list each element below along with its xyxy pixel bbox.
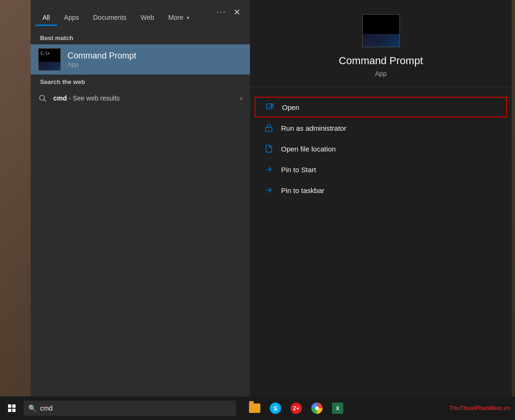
taskbar-skype-icon[interactable]: S — [266, 396, 285, 420]
excel-icon: X — [332, 403, 343, 414]
three-dots-button[interactable]: ··· — [216, 7, 226, 17]
action-pin-taskbar[interactable]: Pin to taskbar — [250, 180, 512, 201]
start-menu: ··· ✕ All Apps Documents Web More ▾ Best… — [0, 0, 512, 396]
pin-taskbar-icon — [264, 185, 274, 195]
taskbar-zoo-icon[interactable]: Z+ — [287, 396, 306, 420]
svg-line-10 — [269, 190, 271, 193]
chrome-icon — [311, 403, 323, 414]
taskbar-search-text: cmd — [40, 404, 52, 412]
command-prompt-result[interactable]: Command Prompt App — [31, 44, 250, 75]
svg-line-3 — [269, 104, 273, 108]
folder-icon — [249, 403, 260, 413]
cmd-icon-small — [38, 48, 61, 71]
windows-logo-icon — [8, 404, 16, 412]
action-pin-start[interactable]: Pin to Start — [250, 159, 512, 180]
taskbar-excel-icon[interactable]: X — [328, 396, 347, 420]
admin-icon — [264, 123, 274, 133]
left-panel: ··· ✕ All Apps Documents Web More ▾ Best… — [31, 0, 250, 396]
action-open-label: Open — [282, 103, 299, 111]
result-app-name: Command Prompt — [67, 51, 136, 61]
web-search-label: Search the web — [31, 75, 250, 88]
web-search-item[interactable]: cmd - See web results › — [31, 88, 250, 108]
web-search-arrow-icon: › — [240, 94, 242, 102]
chevron-down-icon: ▾ — [187, 15, 189, 20]
taskbar-search[interactable]: 🔍 cmd — [24, 401, 236, 416]
tab-all[interactable]: All — [35, 9, 57, 26]
watermark-area: ThuThuatPhanMem.vn — [449, 405, 515, 412]
taskbar-folder-icon[interactable] — [245, 396, 264, 420]
cmd-icon-large — [362, 14, 400, 47]
skype-icon: S — [270, 403, 281, 414]
zoo-icon: Z+ — [291, 403, 302, 414]
results-area: Best match Command Prompt App Search the… — [31, 26, 250, 396]
result-item-info: Command Prompt App — [67, 51, 136, 68]
action-file-location[interactable]: Open file location — [250, 138, 512, 159]
action-pin-start-label: Pin to Start — [281, 166, 316, 174]
file-location-icon — [264, 144, 274, 153]
app-preview: Command Prompt App — [250, 0, 512, 87]
web-search-query-text: cmd - See web results — [53, 94, 120, 102]
desktop: ··· ✕ All Apps Documents Web More ▾ Best… — [0, 0, 515, 420]
taskbar-search-icon: 🔍 — [28, 404, 36, 412]
action-admin-label: Run as administrator — [281, 124, 346, 132]
action-pin-taskbar-label: Pin to taskbar — [281, 186, 324, 194]
best-match-label: Best match — [31, 31, 250, 44]
right-panel: Command Prompt App Open — [250, 0, 512, 396]
start-button[interactable] — [0, 396, 24, 420]
svg-line-9 — [269, 188, 271, 190]
app-preview-name: Command Prompt — [339, 55, 423, 67]
svg-line-1 — [44, 100, 46, 101]
tab-apps[interactable]: Apps — [57, 9, 86, 26]
svg-line-7 — [269, 169, 271, 172]
action-open[interactable]: Open — [255, 97, 507, 118]
action-list: Open Run as administrator — [250, 87, 512, 210]
svg-line-6 — [269, 167, 271, 169]
search-icon — [38, 94, 47, 102]
tab-web[interactable]: Web — [133, 9, 161, 26]
tab-documents[interactable]: Documents — [86, 9, 133, 26]
svg-rect-4 — [266, 127, 272, 131]
pin-start-icon — [264, 165, 274, 174]
action-file-location-label: Open file location — [281, 145, 336, 153]
taskbar: 🔍 cmd S Z+ X ThuThuatPhanMem.vn — [0, 396, 515, 420]
app-preview-type: App — [375, 70, 387, 77]
watermark-text: ThuThuatPhanMem.vn — [449, 405, 510, 412]
close-button[interactable]: ✕ — [228, 4, 245, 21]
taskbar-chrome-icon[interactable] — [307, 396, 326, 420]
taskbar-icons: S Z+ X — [245, 396, 347, 420]
tab-more[interactable]: More ▾ — [161, 9, 196, 26]
open-icon — [265, 102, 274, 112]
svg-point-0 — [40, 95, 45, 101]
result-app-type: App — [67, 61, 136, 68]
action-run-admin[interactable]: Run as administrator — [250, 118, 512, 138]
